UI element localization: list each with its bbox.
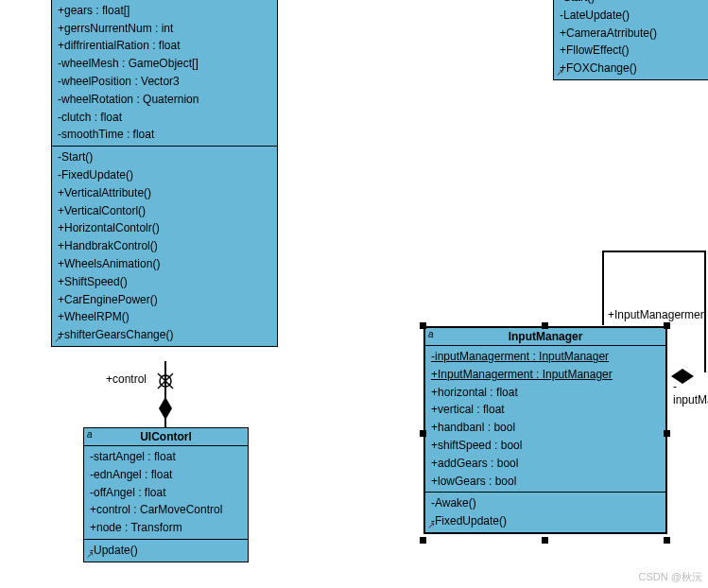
method: +CarEnginePower(): [58, 291, 271, 309]
attributes-section: -startAngel : float -ednAngel : float -o…: [84, 446, 248, 540]
method: -LateUpdate(): [560, 7, 708, 25]
svg-marker-3: [159, 397, 172, 420]
attr: -wheelMesh : GameObject[]: [58, 55, 271, 73]
selection-handle[interactable]: [542, 537, 548, 544]
link-arrow-icon: ↗: [556, 67, 563, 78]
link-arrow-icon: ↗: [427, 520, 435, 530]
method: +FOXChange(): [560, 60, 708, 78]
attr: -ednAngel : float: [90, 466, 242, 484]
selection-handle[interactable]: [420, 322, 426, 329]
method: +CameraAtrribute(): [560, 25, 708, 43]
assoc-label-inputmar: -inputMar: [673, 380, 708, 406]
class-name: InputManager: [509, 330, 583, 343]
attr: +handbanl : bool: [431, 419, 660, 437]
link-arrow-icon: ↗: [86, 549, 94, 560]
method: -Start(): [560, 0, 708, 7]
attr: -wheelPosition : Vector3: [58, 73, 271, 91]
method: +FllowEffect(): [560, 42, 708, 60]
method: +WheelsAnimation(): [58, 255, 271, 273]
selection-handle[interactable]: [664, 430, 670, 437]
attr: -clutch : float: [58, 109, 271, 127]
watermark: CSDN @秋沅: [639, 570, 702, 584]
attr: +horizontal : float: [431, 384, 660, 402]
class-camera: -Start() -LateUpdate() +CameraAtrribute(…: [553, 0, 708, 80]
methods-section: -Awake() -FixedUpdate() ↗: [425, 493, 665, 532]
selection-handle[interactable]: [420, 430, 426, 437]
abstract-marker-icon: a: [428, 329, 434, 339]
methods-section: -Update() ↗: [84, 540, 248, 562]
link-arrow-icon: ↗: [54, 334, 61, 344]
attr: -smoothTime : float: [58, 126, 271, 144]
selection-handle[interactable]: [542, 322, 548, 329]
attr: +node : Transform: [90, 519, 242, 537]
method: -Awake(): [431, 494, 660, 512]
method: +HandbrakControl(): [58, 237, 271, 255]
connector-deco: [155, 371, 176, 427]
methods-section: -Start() -LateUpdate() +CameraAtrribute(…: [554, 0, 708, 79]
abstract-marker-icon: a: [87, 429, 93, 440]
attr: -startAngel : float: [90, 448, 242, 466]
assoc-label-control: +control: [106, 372, 147, 386]
method: +WheelRPM(): [58, 308, 271, 326]
attributes-section: +engineRPM : float +gears : float[] +ger…: [52, 0, 277, 147]
attr: -offAngel : float: [90, 484, 242, 502]
attr: +gears : float[]: [58, 2, 271, 20]
method: +VerticalAttribute(): [58, 184, 271, 202]
method: +ShiftSpeed(): [58, 273, 271, 291]
method: -Update(): [90, 542, 242, 560]
attr: +addGears : bool: [431, 455, 660, 473]
method: -FixedUpdate(): [431, 512, 660, 530]
method: +shifterGearsChange(): [58, 326, 271, 344]
attr: +vertical : float: [431, 401, 660, 419]
attr: +gerrsNurrentNum : int: [58, 20, 271, 38]
class-title: a UIContorl: [84, 428, 248, 446]
method: -Start(): [58, 148, 271, 166]
attr: +lowGears : bool: [431, 473, 660, 491]
method: +VerticalContorl(): [58, 202, 271, 220]
selection-handle[interactable]: [420, 537, 426, 544]
class-carmovecontrol: +engineRPM : float +gears : float[] +ger…: [51, 0, 278, 347]
attr: +control : CarMoveControl: [90, 501, 242, 519]
attr: -wheelRotation : Quaternion: [58, 91, 271, 109]
attr: +shiftSpeed : bool: [431, 437, 660, 455]
assoc-label-inputmgmt: +InputManagermen: [608, 308, 706, 321]
methods-section: -Start() -FixedUpdate() +VerticalAttribu…: [52, 147, 277, 346]
attr: +diffrirentialRation : float: [58, 37, 271, 55]
class-uicontorl: a UIContorl -startAngel : float -ednAnge…: [83, 427, 249, 562]
selection-handle[interactable]: [664, 537, 670, 544]
class-name: UIContorl: [140, 430, 192, 443]
method: -FixedUpdate(): [58, 166, 271, 184]
method: +HorizontalContolr(): [58, 219, 271, 237]
